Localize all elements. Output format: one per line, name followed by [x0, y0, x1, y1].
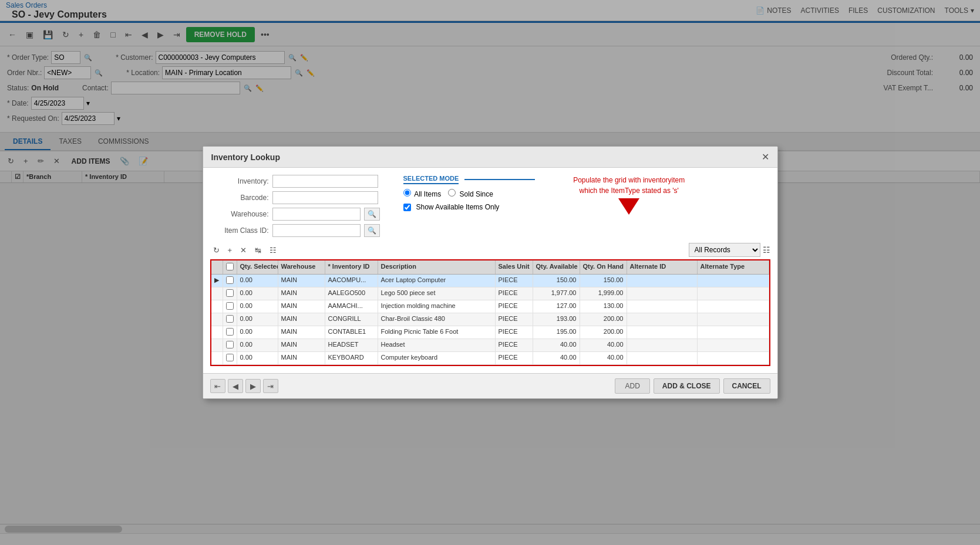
table-row[interactable]: 0.00 MAIN KEYBOARD Computer keyboard PIE… — [211, 352, 769, 365]
row-warehouse: MAIN — [278, 326, 325, 338]
grid-refresh-button[interactable]: ↻ — [210, 245, 223, 256]
item-class-search-button[interactable]: 🔍 — [364, 224, 380, 237]
row-qty-selected: 0.00 — [237, 300, 278, 313]
row-qty-on-hand: 200.00 — [580, 326, 627, 338]
page-first-button[interactable]: ⇤ — [210, 379, 225, 393]
add-button-modal[interactable]: ADD — [615, 378, 649, 394]
row-checkbox[interactable] — [223, 339, 237, 351]
table-row[interactable]: 0.00 MAIN AALEGO500 Lego 500 piece set P… — [211, 287, 769, 300]
inventory-field-input[interactable] — [272, 175, 378, 188]
grid-export-button[interactable]: ☷ — [267, 245, 279, 256]
row-description: Lego 500 piece set — [378, 287, 496, 300]
modal-form-right: SELECTED MODE All Items Sold Since — [403, 175, 536, 237]
warehouse-field-input[interactable] — [272, 208, 361, 221]
page-last-button[interactable]: ⇥ — [263, 379, 278, 393]
select-all-checkbox[interactable] — [226, 263, 234, 270]
row-sales-unit: PIECE — [496, 326, 533, 338]
col-hdr-arrow — [211, 260, 223, 274]
inventory-field-label: Inventory: — [210, 177, 269, 185]
row-alternate-type — [698, 339, 769, 351]
row-checkbox[interactable] — [223, 313, 237, 326]
row-checkbox[interactable] — [223, 326, 237, 338]
row-inventory-id: CONGRILL — [325, 313, 378, 326]
row-warehouse: MAIN — [278, 275, 325, 287]
row-qty-on-hand: 40.00 — [580, 352, 627, 364]
filter-button[interactable]: ☷ — [763, 245, 770, 255]
row-qty-on-hand: 200.00 — [580, 313, 627, 326]
row-qty-selected: 0.00 — [237, 275, 278, 287]
col-hdr-warehouse: Warehouse — [278, 260, 325, 274]
page-next-button[interactable]: ▶ — [245, 379, 261, 393]
show-available-checkbox[interactable] — [403, 204, 411, 211]
records-select[interactable]: All Records Active Records Inactive Reco… — [689, 243, 760, 257]
row-checkbox[interactable] — [223, 300, 237, 313]
row-alternate-type — [698, 352, 769, 364]
row-qty-available: 1,977.00 — [533, 287, 580, 300]
records-dropdown: All Records Active Records Inactive Reco… — [689, 243, 770, 257]
col-hdr-alternate-type: Alternate Type — [698, 260, 769, 274]
row-inventory-id: CONTABLE1 — [325, 326, 378, 338]
all-items-radio[interactable] — [403, 189, 411, 197]
inventory-grid: Qty. Selected Warehouse * Inventory ID D… — [210, 259, 770, 366]
table-row[interactable]: 0.00 MAIN CONTABLE1 Folding Picnic Table… — [211, 326, 769, 339]
row-qty-selected: 0.00 — [237, 352, 278, 364]
row-qty-on-hand: 40.00 — [580, 339, 627, 351]
row-alternate-type — [698, 313, 769, 326]
warehouse-field-label: Warehouse: — [210, 210, 269, 218]
col-hdr-alternate-id: Alternate ID — [627, 260, 698, 274]
grid-add-button[interactable]: + — [225, 245, 235, 256]
row-inventory-id: HEADSET — [325, 339, 378, 351]
row-alternate-id — [627, 287, 698, 300]
item-class-input[interactable] — [272, 224, 361, 237]
row-description: Injection molding machine — [378, 300, 496, 313]
sold-since-radio[interactable] — [448, 189, 456, 197]
show-available-row: Show Available Items Only — [403, 203, 536, 211]
annotation-text: Populate the grid with inventoryitem whi… — [570, 175, 688, 196]
row-warehouse: MAIN — [278, 287, 325, 300]
mode-radio-group: All Items Sold Since — [403, 189, 536, 198]
row-qty-selected: 0.00 — [237, 326, 278, 338]
modal-grid-toolbar: ↻ + ✕ ↹ ☷ All Records Active Records Ina… — [210, 243, 770, 257]
row-arrow — [211, 352, 223, 364]
modal-header: Inventory Lookup ✕ — [203, 147, 777, 168]
barcode-field-input[interactable] — [272, 191, 378, 204]
row-arrow — [211, 287, 223, 300]
col-hdr-checkbox[interactable] — [223, 260, 237, 274]
row-alternate-id — [627, 326, 698, 338]
table-row[interactable]: 0.00 MAIN HEADSET Headset PIECE 40.00 40… — [211, 339, 769, 352]
row-alternate-id — [627, 313, 698, 326]
modal-title: Inventory Lookup — [211, 153, 280, 162]
col-hdr-inventory-id: * Inventory ID — [325, 260, 378, 274]
row-warehouse: MAIN — [278, 313, 325, 326]
row-qty-available: 150.00 — [533, 275, 580, 287]
row-alternate-type — [698, 326, 769, 338]
show-available-label: Show Available Items Only — [416, 203, 500, 211]
row-inventory-id: AALEGO500 — [325, 287, 378, 300]
row-warehouse: MAIN — [278, 339, 325, 351]
row-qty-on-hand: 130.00 — [580, 300, 627, 313]
grid-remove-button[interactable]: ✕ — [237, 245, 250, 256]
row-checkbox[interactable] — [223, 275, 237, 287]
add-close-button[interactable]: ADD & CLOSE — [654, 378, 720, 394]
table-row[interactable]: ▶ 0.00 MAIN AACOMPU... Acer Laptop Compu… — [211, 275, 769, 287]
row-checkbox[interactable] — [223, 287, 237, 300]
grid-rows-container: ▶ 0.00 MAIN AACOMPU... Acer Laptop Compu… — [211, 275, 769, 365]
row-arrow — [211, 300, 223, 313]
row-inventory-id: AACOMPU... — [325, 275, 378, 287]
annotation-container: Populate the grid with inventoryitem whi… — [570, 175, 688, 237]
warehouse-search-button[interactable]: 🔍 — [364, 208, 380, 221]
table-row[interactable]: 0.00 MAIN AAMACHI... Injection molding m… — [211, 300, 769, 313]
row-sales-unit: PIECE — [496, 300, 533, 313]
modal-overlay: Inventory Lookup ✕ Inventory: Barcode: — [0, 0, 980, 545]
row-alternate-type — [698, 287, 769, 300]
cancel-button[interactable]: CANCEL — [723, 378, 770, 394]
row-sales-unit: PIECE — [496, 313, 533, 326]
table-row[interactable]: 0.00 MAIN CONGRILL Char-Broil Classic 48… — [211, 313, 769, 326]
item-class-label: Item Class ID: — [210, 226, 269, 235]
row-checkbox[interactable] — [223, 352, 237, 364]
row-description: Folding Picnic Table 6 Foot — [378, 326, 496, 338]
modal-close-button[interactable]: ✕ — [762, 151, 769, 163]
page-prev-button[interactable]: ◀ — [228, 379, 243, 393]
grid-fit-button[interactable]: ↹ — [252, 245, 264, 256]
modal-form: Inventory: Barcode: Warehouse: 🔍 — [210, 175, 770, 237]
